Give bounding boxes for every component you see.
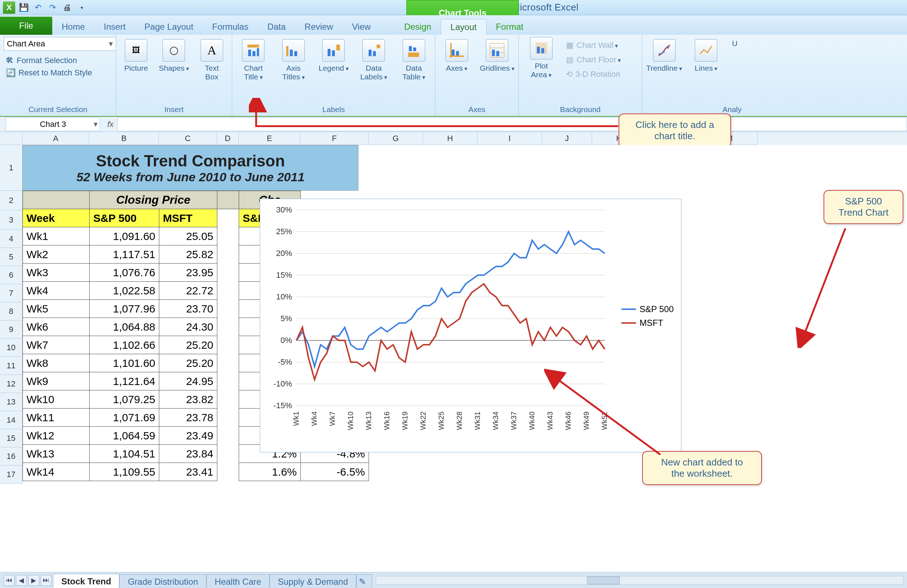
trendline-button[interactable]: Trendline xyxy=(646,39,683,72)
chart-title-button[interactable]: Chart Title xyxy=(236,39,271,81)
shapes-button[interactable]: ◯Shapes xyxy=(157,39,190,72)
sheet-tab-new[interactable]: ✎ xyxy=(356,574,372,588)
svg-text:Wk31: Wk31 xyxy=(473,411,481,430)
row-header[interactable]: 17 xyxy=(0,465,22,484)
tab-data[interactable]: Data xyxy=(258,19,295,35)
gridlines-icon xyxy=(486,39,508,62)
select-all-corner[interactable] xyxy=(0,132,22,145)
name-box[interactable]: Chart 3▾ xyxy=(6,117,100,131)
lines-button[interactable]: Lines xyxy=(687,39,724,72)
ribbon-group-label: Current Selection xyxy=(0,105,116,114)
row-header[interactable]: 2 xyxy=(0,191,22,210)
row-header[interactable]: 4 xyxy=(0,230,22,248)
sheet-tab-stock-trend[interactable]: Stock Trend xyxy=(53,574,119,588)
excel-app-icon[interactable]: X xyxy=(3,2,15,14)
format-selection-label: Format Selection xyxy=(17,56,77,65)
row-header[interactable]: 3 xyxy=(0,210,22,230)
data-table-button[interactable]: Data Table xyxy=(396,39,431,81)
quick-access-toolbar: X 💾 ↶ ↷ 🖨 ▾ xyxy=(3,2,88,14)
row-header[interactable]: 1 xyxy=(0,145,22,191)
plot-area-label: Plot Area xyxy=(531,62,552,79)
tab-view[interactable]: View xyxy=(343,19,380,35)
redo-icon[interactable]: ↷ xyxy=(46,2,59,14)
tab-nav-first[interactable]: ⏮ xyxy=(4,575,14,586)
picture-button[interactable]: 🖼Picture xyxy=(120,39,152,72)
table-row[interactable]: Wk141,109.5523.411.6%-6.5% xyxy=(23,463,369,481)
plot-area-button[interactable]: Plot Area xyxy=(522,37,560,80)
tab-insert[interactable]: Insert xyxy=(95,19,135,35)
svg-rect-16 xyxy=(452,50,455,56)
column-header[interactable]: D xyxy=(217,132,239,145)
column-header[interactable]: I xyxy=(478,132,542,145)
tab-formulas[interactable]: Formulas xyxy=(203,19,258,35)
column-header[interactable]: B xyxy=(89,132,159,145)
scrollbar-thumb[interactable] xyxy=(587,577,620,584)
worksheet-grid[interactable]: 1234567891011121314151617 00 Wk1Wk4Wk7Wk… xyxy=(0,145,907,570)
svg-point-28 xyxy=(659,53,661,55)
embedded-chart[interactable]: -15%-10%-5%0%5%10%15%20%25%30%Wk1Wk4Wk7W… xyxy=(260,199,681,452)
chart-element-selector[interactable]: Chart Area▾ xyxy=(4,37,116,51)
trendline-label: Trendline xyxy=(646,64,682,72)
svg-text:Wk49: Wk49 xyxy=(582,411,590,430)
tab-review[interactable]: Review xyxy=(295,19,343,35)
save-icon[interactable]: 💾 xyxy=(18,2,30,14)
format-selection-button[interactable]: 🛠Format Selection xyxy=(4,54,112,67)
sheet-tab-grade-distribution[interactable]: Grade Distribution xyxy=(119,574,206,588)
row-header[interactable]: 10 xyxy=(0,339,22,357)
legend-button[interactable]: Legend xyxy=(316,39,351,72)
row-header[interactable]: 11 xyxy=(0,357,22,375)
row-header[interactable]: 15 xyxy=(0,429,22,447)
tab-home[interactable]: Home xyxy=(52,19,95,35)
row-header[interactable]: 5 xyxy=(0,248,22,266)
svg-text:30%: 30% xyxy=(276,205,292,214)
column-header[interactable]: A xyxy=(22,132,89,145)
tab-nav-prev[interactable]: ◀ xyxy=(16,575,27,586)
ribbon-group-current-selection: Chart Area▾ 🛠Format Selection 🔄Reset to … xyxy=(0,35,116,116)
svg-rect-5 xyxy=(290,50,293,56)
fx-icon[interactable]: fx xyxy=(107,120,114,129)
formula-input[interactable] xyxy=(117,117,907,131)
tab-layout[interactable]: Layout xyxy=(441,19,487,35)
column-header[interactable]: C xyxy=(159,132,217,145)
tab-format[interactable]: Format xyxy=(487,19,533,35)
column-header[interactable]: G xyxy=(369,132,423,145)
column-header[interactable]: J xyxy=(542,132,592,145)
updown-bars-button[interactable]: U xyxy=(729,39,740,48)
svg-text:Wk1: Wk1 xyxy=(292,411,300,426)
qat-customize-icon[interactable]: ▾ xyxy=(75,2,88,14)
column-header[interactable]: E xyxy=(239,132,300,145)
row-header[interactable]: 7 xyxy=(0,284,22,302)
reset-style-button[interactable]: 🔄Reset to Match Style xyxy=(4,67,112,79)
horizontal-scrollbar[interactable] xyxy=(376,576,903,585)
column-header[interactable]: F xyxy=(300,132,369,145)
tab-file[interactable]: File xyxy=(0,17,52,35)
svg-rect-17 xyxy=(456,51,459,56)
axes-label: Axes xyxy=(446,64,467,72)
data-labels-button[interactable]: Data Labels xyxy=(356,39,391,81)
chart-floor-label: Chart Floor xyxy=(577,55,621,64)
tab-page-layout[interactable]: Page Layout xyxy=(135,19,203,35)
row-header[interactable]: 8 xyxy=(0,302,22,320)
undo-icon[interactable]: ↶ xyxy=(32,2,44,14)
text-box-button[interactable]: AText Box xyxy=(196,39,228,81)
tab-nav-last[interactable]: ⏭ xyxy=(41,575,51,586)
row-header[interactable]: 14 xyxy=(0,411,22,429)
shapes-icon: ◯ xyxy=(162,39,185,62)
row-header[interactable]: 16 xyxy=(0,447,22,465)
row-header[interactable]: 6 xyxy=(0,266,22,284)
svg-text:Wk7: Wk7 xyxy=(329,411,337,426)
sheet-tab-supply-demand[interactable]: Supply & Demand xyxy=(269,574,356,588)
axes-button[interactable]: Axes xyxy=(439,39,474,72)
column-header[interactable]: H xyxy=(423,132,478,145)
axis-titles-button[interactable]: Axis Titles xyxy=(276,39,311,81)
row-header[interactable]: 9 xyxy=(0,320,22,339)
row-header[interactable]: 12 xyxy=(0,375,22,393)
print-preview-icon[interactable]: 🖨 xyxy=(61,2,73,14)
tab-nav-next[interactable]: ▶ xyxy=(28,575,39,586)
legend-item-sp500: S&P 500 xyxy=(622,304,674,314)
row-header[interactable]: 13 xyxy=(0,393,22,411)
gridlines-button[interactable]: Gridlines xyxy=(480,39,515,72)
tab-design[interactable]: Design xyxy=(395,19,441,35)
sheet-tab-health-care[interactable]: Health Care xyxy=(207,574,269,588)
chart-legend: S&P 500 MSFT xyxy=(622,300,674,332)
